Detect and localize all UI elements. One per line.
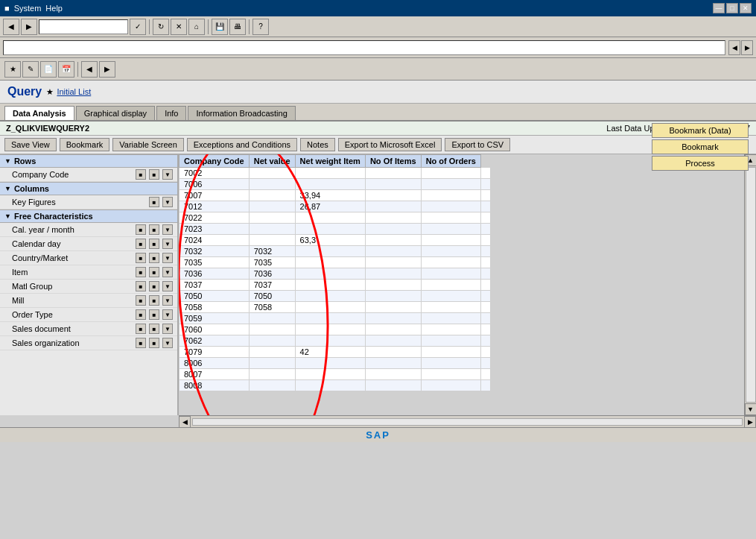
free-arrow[interactable]: ▼ xyxy=(4,212,11,220)
scroll-track[interactable] xyxy=(746,167,756,403)
cell-sub-code xyxy=(249,324,295,335)
matl-icon-filter[interactable]: ▼ xyxy=(162,281,173,291)
cell-no-items xyxy=(421,280,480,291)
refresh-button[interactable]: ↻ xyxy=(153,19,169,35)
print-button[interactable]: 🖶 xyxy=(229,19,246,35)
salesorg-icon-filter[interactable]: ▼ xyxy=(162,338,173,348)
cell-company-code: 7022 xyxy=(180,212,250,224)
cell-net-weight xyxy=(365,268,421,280)
tab-data-analysis[interactable]: Data Analysis xyxy=(4,106,74,120)
matl-icon-2[interactable]: ■ xyxy=(149,281,159,291)
tab-info[interactable]: Info xyxy=(156,106,186,120)
mill-icon-1[interactable]: ■ xyxy=(136,295,146,306)
qt-btn-4[interactable]: 📅 xyxy=(58,61,74,78)
salesorg-icon-2[interactable]: ■ xyxy=(149,338,159,348)
export-csv-button[interactable]: Export to CSV xyxy=(445,138,510,151)
key-figures-icon-1[interactable]: ■ xyxy=(149,197,159,207)
mill-icon-2[interactable]: ■ xyxy=(149,295,159,306)
calday-icon-1[interactable]: ■ xyxy=(136,239,146,249)
qt-btn-3[interactable]: 📄 xyxy=(40,61,57,78)
cal-icon-filter[interactable]: ▼ xyxy=(162,224,173,235)
save-view-button[interactable]: Save View xyxy=(4,138,57,151)
back-button[interactable]: ◀ xyxy=(3,19,19,35)
scroll-left-button[interactable]: ◀ xyxy=(728,40,740,55)
country-icon-2[interactable]: ■ xyxy=(149,253,159,263)
notes-button[interactable]: Notes xyxy=(300,138,335,151)
salesdoc-icon-2[interactable]: ■ xyxy=(149,324,159,334)
left-panel: ▼ Rows Company Code ■ ■ ▼ ▼ Columns Key … xyxy=(0,154,179,415)
stop-button[interactable]: ✕ xyxy=(171,19,187,35)
rows-arrow[interactable]: ▼ xyxy=(4,157,11,165)
tab-graphical-display[interactable]: Graphical display xyxy=(76,106,155,120)
table-row: 707942 xyxy=(180,347,491,358)
exceptions-conditions-button[interactable]: Exceptions and Conditions xyxy=(187,138,297,151)
table-row: 7002 xyxy=(180,168,491,179)
country-icon-filter[interactable]: ▼ xyxy=(162,253,173,263)
table-row: 7022 xyxy=(180,212,491,224)
export-excel-button[interactable]: Export to Microsoft Excel xyxy=(338,138,442,151)
help-button[interactable]: ? xyxy=(252,19,269,35)
help-menu[interactable]: Help xyxy=(45,4,63,13)
key-figures-item: Key Figures ■ ▼ xyxy=(0,195,177,209)
cell-net-value xyxy=(295,246,365,257)
qt-btn-6[interactable]: ▶ xyxy=(99,61,115,78)
bookmark-data-button[interactable]: Bookmark (Data) xyxy=(652,123,749,138)
initial-list-label[interactable]: Initial List xyxy=(57,87,91,96)
close-button[interactable]: ✕ xyxy=(740,3,752,13)
save-button[interactable]: 💾 xyxy=(212,19,228,35)
minimize-button[interactable]: — xyxy=(713,3,725,13)
cell-no-orders xyxy=(480,369,490,380)
scroll-right-button[interactable]: ▶ xyxy=(741,40,753,55)
cell-net-value xyxy=(295,268,365,280)
bookmark-button[interactable]: Bookmark xyxy=(652,139,749,154)
scrollbar-right[interactable]: ▲ ▼ xyxy=(744,154,756,415)
item-icon-filter[interactable]: ▼ xyxy=(162,267,173,277)
salesorg-icon-1[interactable]: ■ xyxy=(136,338,146,348)
cell-net-value xyxy=(295,257,365,268)
qt-btn-2[interactable]: ✎ xyxy=(22,61,39,78)
key-figures-icon-2[interactable]: ▼ xyxy=(162,197,173,207)
cell-no-items xyxy=(421,224,480,235)
cal-icon-1[interactable]: ■ xyxy=(136,224,146,235)
order-icon-filter[interactable]: ▼ xyxy=(162,309,173,320)
process-button[interactable]: Process xyxy=(652,156,749,171)
qt-btn-1[interactable]: ★ xyxy=(4,61,21,78)
company-code-icon-2[interactable]: ■ xyxy=(149,169,159,180)
matl-icon-1[interactable]: ■ xyxy=(136,281,146,291)
scroll-left-arrow[interactable]: ◀ xyxy=(179,416,191,428)
command-input[interactable] xyxy=(39,19,128,34)
table-row: 70357035 xyxy=(180,257,491,268)
company-code-icon-filter[interactable]: ▼ xyxy=(162,169,173,180)
country-icon-1[interactable]: ■ xyxy=(136,253,146,263)
scrollbar-bottom[interactable]: ◀ ▶ xyxy=(179,415,756,427)
qt-btn-5[interactable]: ◀ xyxy=(81,61,98,78)
item-icon-2[interactable]: ■ xyxy=(149,267,159,277)
bookmark-panel: Bookmark (Data) Bookmark Process xyxy=(652,123,749,171)
system-menu[interactable]: System xyxy=(14,4,42,13)
salesdoc-icon-1[interactable]: ■ xyxy=(136,324,146,334)
cell-net-weight xyxy=(365,179,421,190)
scroll-right-arrow[interactable]: ▶ xyxy=(744,416,756,428)
mill-icon-filter[interactable]: ▼ xyxy=(162,295,173,306)
table-row: 702463,3 xyxy=(180,235,491,246)
home-button[interactable]: ⌂ xyxy=(188,19,205,35)
table-row: 8006 xyxy=(180,358,491,369)
bookmark-action-button[interactable]: Bookmark xyxy=(60,138,110,151)
restore-button[interactable]: □ xyxy=(726,3,738,13)
scroll-down-arrow[interactable]: ▼ xyxy=(745,403,757,415)
calday-icon-filter[interactable]: ▼ xyxy=(162,239,173,249)
calday-icon-2[interactable]: ■ xyxy=(149,239,159,249)
order-icon-2[interactable]: ■ xyxy=(149,309,159,320)
columns-arrow[interactable]: ▼ xyxy=(4,185,11,192)
order-icon-1[interactable]: ■ xyxy=(136,309,146,320)
ok-icon[interactable]: ✓ xyxy=(130,19,146,35)
tab-information-broadcasting[interactable]: Information Broadcasting xyxy=(188,106,295,120)
variable-screen-button[interactable]: Variable Screen xyxy=(112,138,183,151)
salesdoc-icon-filter[interactable]: ▼ xyxy=(162,324,173,334)
company-code-icon-1[interactable]: ■ xyxy=(136,169,146,180)
item-icon-1[interactable]: ■ xyxy=(136,267,146,277)
cal-icon-2[interactable]: ■ xyxy=(149,224,159,235)
scroll-h-track[interactable] xyxy=(192,418,743,426)
address-input[interactable]: PAGENO=1&CMD_ID=1&REQUEST_NO=2&HELP_SERV… xyxy=(3,40,725,55)
forward-button[interactable]: ▶ xyxy=(21,19,37,35)
